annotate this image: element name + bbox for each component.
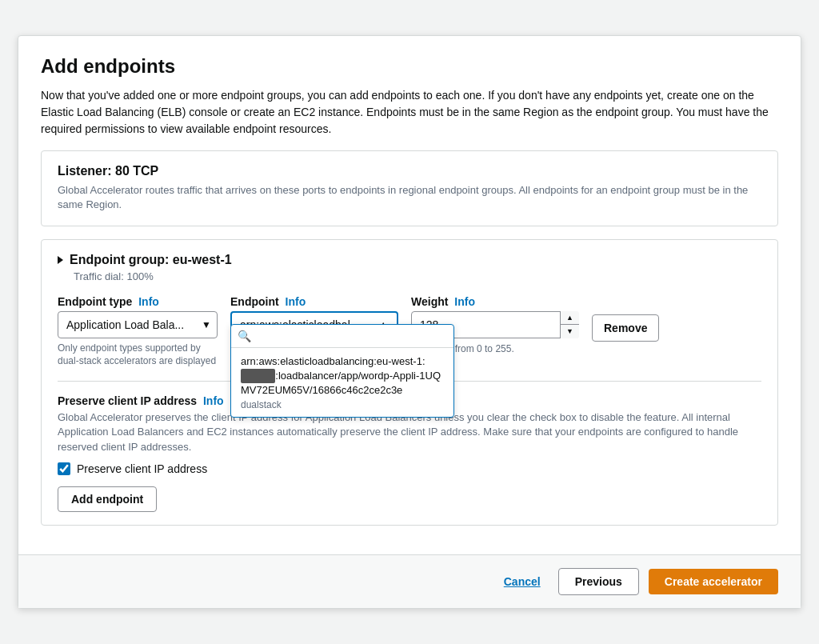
modal-header: Add endpoints Now that you've added one … xyxy=(18,36,801,150)
traffic-dial: Traffic dial: 100% xyxy=(74,270,761,282)
dropdown-arn-text: arn:aws:elasticloadbalancing:eu-west-1: … xyxy=(241,354,444,398)
modal-body: Listener: 80 TCP Global Accelerator rout… xyxy=(18,150,801,554)
modal-footer: Cancel Previous Create accelerator xyxy=(18,554,801,608)
weight-increment-btn[interactable]: ▲ xyxy=(561,311,579,326)
dropdown-search-row: 🔍 xyxy=(231,325,453,348)
add-endpoints-modal: Add endpoints Now that you've added one … xyxy=(18,35,801,609)
preserve-checkbox-row: Preserve client IP address xyxy=(58,462,761,475)
search-icon: 🔍 xyxy=(238,330,251,342)
endpoint-type-select[interactable]: Application Load Bala... Network Load Ba… xyxy=(58,311,218,338)
dropdown-item-tag: dualstack xyxy=(241,399,444,410)
endpoint-type-label: Endpoint type Info xyxy=(58,295,218,308)
endpoint-group-title: Endpoint group: eu-west-1 xyxy=(70,253,232,267)
preserve-checkbox-label: Preserve client IP address xyxy=(77,462,207,475)
listener-section: Listener: 80 TCP Global Accelerator rout… xyxy=(41,150,778,226)
dropdown-item-arn[interactable]: arn:aws:elasticloadbalancing:eu-west-1: … xyxy=(231,348,453,418)
redacted-account-id xyxy=(241,369,275,383)
listener-title: Listener: 80 TCP xyxy=(58,164,761,178)
remove-button[interactable]: Remove xyxy=(592,314,659,342)
previous-button[interactable]: Previous xyxy=(558,568,639,595)
listener-description: Global Accelerator routes traffic that a… xyxy=(58,183,761,212)
page-description: Now that you've added one or more endpoi… xyxy=(41,87,778,138)
weight-spinner: ▲ ▼ xyxy=(560,311,579,338)
endpoint-group-box: Endpoint group: eu-west-1 Traffic dial: … xyxy=(41,239,778,526)
create-accelerator-button[interactable]: Create accelerator xyxy=(649,569,778,594)
endpoint-type-info-link[interactable]: Info xyxy=(138,295,159,308)
weight-info-link[interactable]: Info xyxy=(454,295,475,308)
weight-decrement-btn[interactable]: ▼ xyxy=(561,325,579,338)
endpoint-dropdown-panel: 🔍 arn:aws:elasticloadbalancing:eu-west-1… xyxy=(230,324,454,418)
dropdown-search-input[interactable] xyxy=(256,330,447,342)
endpoint-group-header: Endpoint group: eu-west-1 xyxy=(58,253,761,267)
endpoint-info-link[interactable]: Info xyxy=(286,295,306,308)
endpoint-type-select-wrapper: Application Load Bala... Network Load Ba… xyxy=(58,311,218,338)
preserve-info-link[interactable]: Info xyxy=(203,394,224,407)
weight-label: Weight Info xyxy=(411,295,579,308)
endpoint-type-help: Only endpoint types supported by dual-st… xyxy=(58,342,218,369)
remove-col: Remove xyxy=(592,295,659,342)
page-title: Add endpoints xyxy=(41,55,778,78)
cancel-button[interactable]: Cancel xyxy=(496,570,549,593)
endpoint-type-col: Endpoint type Info Application Load Bala… xyxy=(58,295,218,369)
preserve-checkbox[interactable] xyxy=(58,462,70,475)
collapse-icon[interactable] xyxy=(58,256,63,264)
endpoint-label: Endpoint Info xyxy=(230,295,398,308)
add-endpoint-button[interactable]: Add endpoint xyxy=(58,486,157,512)
endpoint-form-row: Endpoint type Info Application Load Bala… xyxy=(58,295,761,369)
endpoint-col: Endpoint Info arn:aws:elasticloadbal... … xyxy=(230,295,398,338)
